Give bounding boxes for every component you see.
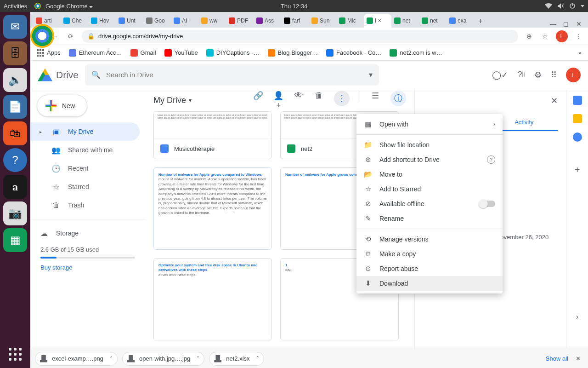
browser-tab[interactable]: net <box>391 14 419 28</box>
launcher-help[interactable]: ? <box>3 148 27 172</box>
close-details-icon[interactable]: ✕ <box>551 96 558 106</box>
calendar-icon[interactable] <box>573 96 582 105</box>
file-card[interactable]: Optimize your system and free disk space… <box>153 258 272 340</box>
account-avatar[interactable]: L <box>566 68 581 82</box>
menu-item-move-to[interactable]: 📂Move to <box>356 167 503 182</box>
sidebar-item-shared-with-me[interactable]: 👥Shared with me <box>30 141 140 159</box>
bookmark-item[interactable]: Blog Blogger… <box>268 49 318 57</box>
menu-item-manage-versions[interactable]: ⟲Manage versions <box>356 232 503 247</box>
search-input[interactable] <box>106 71 363 79</box>
menu-item-open-with[interactable]: ▦Open with› <box>356 117 503 132</box>
launcher-writer[interactable]: 📄 <box>3 95 27 119</box>
browser-tab[interactable]: exa <box>447 14 474 28</box>
activities-button[interactable]: Activities <box>4 3 27 10</box>
search-options-icon[interactable]: ▾ <box>369 70 373 79</box>
launcher-calc[interactable]: ▦ <box>3 228 27 252</box>
browser-tab[interactable]: PDF <box>226 14 254 28</box>
support-icon[interactable]: ?⃝ <box>517 70 525 80</box>
file-card[interactable]: lorem ipsum dolor sit amet lorem ipsum d… <box>153 111 272 159</box>
settings-gear-icon[interactable]: ⚙ <box>534 70 542 80</box>
menu-item-rename[interactable]: ✎Rename <box>356 211 503 226</box>
chevron-up-icon[interactable]: ˄ <box>197 356 199 362</box>
bookmark-item[interactable]: Ethereum Acc… <box>69 49 122 57</box>
launcher-thunderbird[interactable]: ✉ <box>3 15 27 39</box>
window-maximize-icon[interactable]: ◻ <box>561 20 571 28</box>
power-icon[interactable] <box>570 3 575 9</box>
chrome-menu-icon[interactable]: ⋮ <box>574 33 583 40</box>
list-view-icon[interactable]: ☰ <box>370 91 380 110</box>
sidebar-item-starred[interactable]: ☆Starred <box>30 178 140 196</box>
browser-tab[interactable]: Goo <box>143 14 171 28</box>
launcher-files[interactable]: 🗄 <box>3 41 27 65</box>
menu-item-show-file-location[interactable]: 📁Show file location <box>356 138 503 152</box>
launcher-software[interactable]: 🛍 <box>3 121 27 145</box>
menu-item-make-a-copy[interactable]: ⧉Make a copy <box>356 247 503 261</box>
keep-icon[interactable] <box>573 114 582 123</box>
bookmark-item[interactable]: YouTube <box>164 49 198 57</box>
chevron-up-icon[interactable]: ˄ <box>256 356 259 362</box>
add-addon-icon[interactable]: + <box>575 165 580 175</box>
bookmark-item[interactable]: Facebook - Co… <box>326 49 381 57</box>
breadcrumb[interactable]: My Drive ▾ <box>153 96 192 105</box>
search-bar[interactable]: 🔍 ▾ <box>85 64 379 86</box>
address-bar[interactable]: 🔒 drive.google.com/drive/my-drive <box>82 30 518 43</box>
bookmark-star-icon[interactable]: ☆ <box>540 33 549 40</box>
drive-logo[interactable]: Drive <box>38 69 79 81</box>
clock[interactable]: Thu 12:34 <box>281 3 308 10</box>
chevron-down-icon[interactable] <box>581 5 584 7</box>
get-link-icon[interactable]: 🔗 <box>253 91 263 110</box>
ready-offline-icon[interactable]: ◯✓ <box>492 70 508 80</box>
more-actions-icon[interactable]: ⋮ <box>334 91 350 106</box>
browser-tab[interactable]: Che <box>61 14 88 28</box>
browser-tab[interactable]: Mic <box>336 14 364 28</box>
browser-tab[interactable]: I × <box>364 14 391 28</box>
new-button[interactable]: New <box>37 95 87 117</box>
bookmarks-overflow-icon[interactable]: » <box>578 49 582 56</box>
download-item[interactable]: excel-examp….png˄ <box>35 352 118 366</box>
new-tab-button[interactable]: + <box>474 15 487 28</box>
close-shelf-icon[interactable]: ✕ <box>573 355 583 362</box>
download-item[interactable]: net2.xlsx˄ <box>209 352 264 366</box>
menu-item-report-abuse[interactable]: ⊙Report abuse <box>356 261 503 276</box>
menu-item-add-to-starred[interactable]: ☆Add to Starred <box>356 182 503 196</box>
browser-tab[interactable]: farf <box>281 14 309 28</box>
browser-tab[interactable]: Unt <box>116 14 143 28</box>
zoom-icon[interactable]: ⊕ <box>525 33 534 40</box>
bookmark-item[interactable]: Gmail <box>130 49 156 57</box>
profile-avatar[interactable]: L <box>556 30 568 42</box>
reload-button[interactable]: ⟳ <box>66 33 75 40</box>
share-icon[interactable]: 👤+ <box>273 91 283 110</box>
tasks-icon[interactable] <box>573 132 582 142</box>
volume-icon[interactable] <box>558 3 564 9</box>
browser-tab[interactable]: net <box>419 14 447 28</box>
menu-item-available-offline[interactable]: ⊘Available offline <box>356 196 503 211</box>
preview-icon[interactable]: 👁 <box>294 91 304 110</box>
app-menu[interactable]: Google Chrome <box>34 3 93 10</box>
browser-tab[interactable]: Ass <box>254 14 281 28</box>
menu-item-add-shortcut-to-drive[interactable]: ⊕Add shortcut to Drive? <box>356 152 503 167</box>
browser-tab[interactable]: ww <box>198 14 226 28</box>
browser-tab[interactable]: Hov <box>88 14 116 28</box>
help-icon[interactable]: ? <box>487 155 495 164</box>
wifi-icon[interactable] <box>545 3 552 9</box>
buy-storage-link[interactable]: Buy storage <box>40 264 135 271</box>
launcher-rhythmbox[interactable]: 🔈 <box>3 68 27 92</box>
file-card[interactable]: Number of malware for Apple grows compar… <box>153 167 272 250</box>
trash-icon[interactable]: 🗑 <box>314 91 324 110</box>
bookmark-item[interactable]: net2.com is w… <box>390 49 442 57</box>
sidebar-item-trash[interactable]: 🗑Trash <box>30 196 140 214</box>
launcher-camera[interactable]: 📷 <box>3 201 27 225</box>
chevron-up-icon[interactable]: ˄ <box>110 356 113 362</box>
window-minimize-icon[interactable]: — <box>548 20 558 28</box>
toggle-switch[interactable] <box>480 201 495 207</box>
bookmark-item[interactable]: DIYCaptions -… <box>206 49 260 57</box>
launcher-chrome[interactable] <box>30 24 54 48</box>
bookmark-item[interactable]: Apps <box>37 49 61 57</box>
launcher-apps-grid[interactable] <box>6 345 24 363</box>
download-item[interactable]: open-with.jpg….jpg˄ <box>122 352 204 366</box>
launcher-amazon[interactable]: a <box>3 175 27 199</box>
collapse-panel-icon[interactable]: › <box>576 313 578 321</box>
browser-tab[interactable]: AI - <box>171 14 198 28</box>
browser-tab[interactable]: Sun <box>309 14 336 28</box>
sidebar-item-my-drive[interactable]: ▸▣My Drive <box>30 122 140 141</box>
